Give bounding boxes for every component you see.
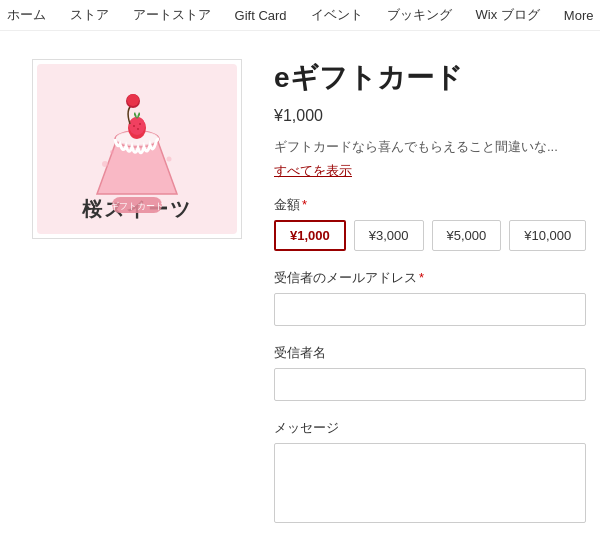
amount-btn-3000[interactable]: ¥3,000 [354, 220, 424, 251]
recipient-email-input[interactable] [274, 293, 586, 326]
svg-point-8 [139, 123, 141, 125]
amount-btn-10000[interactable]: ¥10,000 [509, 220, 586, 251]
show-all-link[interactable]: すべてを表示 [274, 162, 352, 180]
svg-point-13 [110, 150, 114, 154]
amount-label: 金額* [274, 196, 586, 214]
product-price: ¥1,000 [274, 107, 586, 125]
amount-btn-5000[interactable]: ¥5,000 [432, 220, 502, 251]
nav-item-store[interactable]: ストア [70, 6, 109, 24]
nav-item-booking[interactable]: ブッキング [387, 6, 452, 24]
amount-options: ¥1,000 ¥3,000 ¥5,000 ¥10,000 [274, 220, 586, 251]
nav-item-events[interactable]: イベント [311, 6, 363, 24]
svg-point-12 [167, 157, 172, 162]
message-label: メッセージ [274, 419, 586, 437]
recipient-email-label: 受信者のメールアドレス* [274, 269, 586, 287]
product-title: eギフトカード [274, 59, 586, 97]
gift-card-illustration: 桜スイーツ ギフトカード [37, 64, 237, 234]
product-description: ギフトカードなら喜んでもらえること間違いな... [274, 137, 586, 157]
nav-item-artstore[interactable]: アートストア [133, 6, 211, 24]
svg-point-7 [137, 128, 139, 130]
recipient-name-input[interactable] [274, 368, 586, 401]
message-input[interactable] [274, 443, 586, 523]
nav-item-more[interactable]: More [564, 8, 594, 23]
recipient-name-label: 受信者名 [274, 344, 586, 362]
svg-point-10 [127, 94, 139, 106]
main-content: 桜スイーツ ギフトカード eギフトカード ¥1,000 ギフトカードなら喜んでも… [0, 31, 600, 537]
nav-item-giftcard[interactable]: Gift Card [235, 8, 287, 23]
svg-point-11 [102, 161, 108, 167]
product-details: eギフトカード ¥1,000 ギフトカードなら喜んでもらえること間違いな... … [274, 59, 586, 537]
svg-text:ギフトカード: ギフトカード [110, 201, 164, 211]
svg-point-5 [129, 117, 145, 135]
nav-item-home[interactable]: ホーム [7, 6, 46, 24]
svg-point-6 [133, 125, 135, 127]
product-image: 桜スイーツ ギフトカード [32, 59, 242, 239]
nav-item-blog[interactable]: Wix ブログ [476, 6, 540, 24]
main-nav: ホーム ストア アートストア Gift Card イベント ブッキング Wix … [0, 0, 600, 31]
amount-btn-1000[interactable]: ¥1,000 [274, 220, 346, 251]
